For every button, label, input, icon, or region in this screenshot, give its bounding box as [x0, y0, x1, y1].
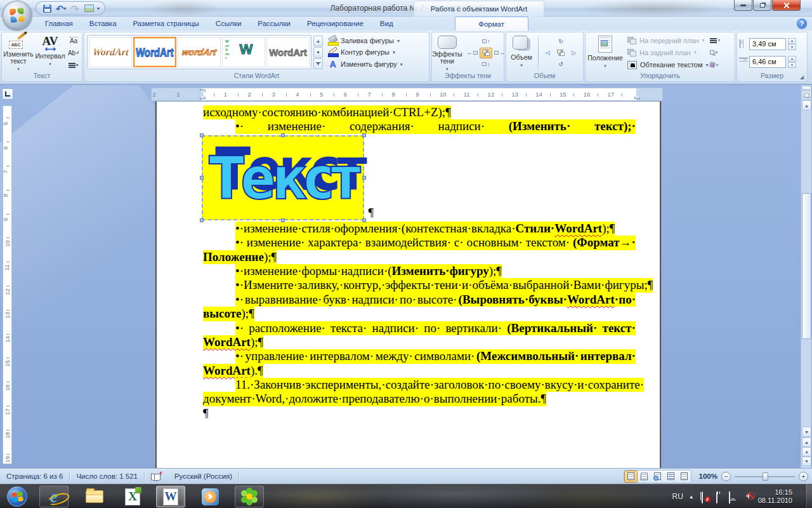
wordart-style-2[interactable]: wordArt — [178, 37, 221, 67]
clock[interactable]: 16:15 08.11.2010 — [758, 488, 792, 505]
start-button[interactable] — [3, 486, 32, 507]
resize-handle-w[interactable] — [200, 176, 204, 180]
next-page-button[interactable]: ▼ — [802, 457, 811, 466]
insert-picture-button[interactable] — [83, 3, 95, 14]
internet-explorer-button[interactable]: e — [39, 486, 69, 507]
ruler-toggle-button[interactable] — [802, 91, 811, 100]
resize-handle-e[interactable] — [362, 176, 366, 180]
draft-view-button[interactable] — [678, 471, 691, 483]
threed-effects-button[interactable]: Объем — [506, 33, 537, 72]
close-button[interactable] — [772, 0, 801, 11]
shape-height-field[interactable] — [749, 38, 786, 50]
word-button-active[interactable]: W — [156, 486, 185, 507]
zoom-slider[interactable] — [735, 472, 795, 481]
wordart-style-4[interactable]: WordArt — [266, 37, 310, 67]
tab-1[interactable]: Вставка — [81, 17, 125, 30]
icq-button[interactable] — [235, 486, 264, 507]
zoom-in-button[interactable]: + — [799, 472, 808, 481]
size-dialog-launcher[interactable]: ◢ — [798, 73, 806, 81]
tab-6[interactable]: Вид — [372, 17, 402, 30]
height-up-button[interactable]: ▲ — [788, 38, 796, 44]
edit-text-button[interactable]: АБС Изменить текст — [2, 33, 35, 72]
wordart-object[interactable]: Текст ¶ — [202, 135, 364, 220]
scroll-down-button[interactable]: ▼ — [802, 427, 811, 437]
previous-page-button[interactable]: ▲ — [802, 438, 811, 447]
web-layout-view-button[interactable] — [651, 471, 664, 483]
tab-2[interactable]: Разметка страницы — [125, 17, 207, 30]
tab-4[interactable]: Рассылки — [249, 17, 299, 30]
wordart-style-3[interactable]: WordArtW — [222, 37, 265, 67]
gallery-up-button[interactable]: ▲ — [313, 36, 323, 46]
excel-button[interactable]: X — [118, 486, 147, 507]
text-wrapping-button[interactable]: Обтекание текстом — [627, 61, 709, 69]
height-down-button[interactable]: ▼ — [788, 44, 796, 50]
wordart-style-0[interactable]: WordArt — [89, 37, 132, 67]
bring-to-front-button[interactable]: На передний план — [627, 37, 709, 44]
send-to-back-button[interactable]: На задний план — [627, 49, 709, 57]
gallery-down-button[interactable]: ▼ — [313, 47, 323, 58]
resize-handle-se[interactable] — [362, 218, 366, 222]
resize-handle-ne[interactable] — [362, 133, 366, 137]
tilt-up-button[interactable]: ↻ — [554, 36, 567, 47]
vertical-scrollbar[interactable]: ▲ ▼ ▲ ● ▼ — [801, 85, 811, 468]
split-handle[interactable] — [802, 86, 811, 90]
nudge-shadow-left-button[interactable]: ← — [466, 48, 479, 58]
group-objects-button[interactable]: ▾ — [710, 50, 721, 55]
gallery-more-button[interactable]: ▼ — [313, 58, 323, 69]
tab-stop-selector[interactable] — [2, 88, 13, 100]
help-button[interactable]: ? — [797, 18, 807, 29]
minimize-button[interactable] — [734, 0, 752, 11]
scrollbar-thumb[interactable] — [802, 193, 811, 339]
tab-3[interactable]: Ссылки — [207, 17, 250, 30]
tilt-left-button[interactable]: ◁ — [541, 48, 554, 58]
show-hidden-icons-button[interactable]: ▲ — [689, 494, 694, 500]
undo-button[interactable]: ↶▾ — [55, 3, 67, 14]
nudge-shadow-down-button[interactable]: ↓ — [480, 59, 492, 70]
full-screen-reading-view-button[interactable] — [638, 471, 651, 483]
page-number-status[interactable]: Страница: 6 из 6 — [0, 469, 69, 485]
nudge-shadow-right-button[interactable]: → — [493, 48, 506, 58]
nudge-shadow-up-button[interactable]: ↑ — [480, 36, 492, 47]
save-button[interactable] — [41, 3, 53, 14]
threed-on-off-button[interactable] — [554, 48, 567, 58]
restore-button[interactable] — [753, 0, 771, 11]
volume-muted-icon[interactable] — [743, 492, 752, 501]
shape-fill-button[interactable]: Заливка фигуры — [328, 36, 403, 46]
align-text-button[interactable] — [67, 60, 81, 70]
width-down-button[interactable]: ▼ — [788, 62, 796, 68]
even-height-button[interactable]: Aa — [67, 35, 81, 46]
shape-width-field[interactable] — [749, 56, 786, 68]
windows-explorer-button[interactable] — [80, 486, 109, 507]
vertical-text-button[interactable]: Ab↲ — [67, 48, 81, 58]
shadow-effects-button[interactable]: Эффекты тени — [432, 33, 462, 72]
shape-outline-button[interactable]: Контур фигуры — [328, 48, 403, 57]
proofing-status[interactable]: ✗ — [145, 469, 168, 485]
customize-qat-button[interactable]: ▾ — [97, 6, 100, 11]
tab-5[interactable]: Рецензирование — [299, 17, 372, 30]
resize-handle-sw[interactable] — [200, 218, 204, 222]
redo-button[interactable]: ↷ — [69, 3, 81, 14]
print-layout-view-button[interactable] — [624, 471, 638, 483]
outline-view-button[interactable] — [664, 471, 678, 483]
media-player-button[interactable] — [195, 486, 225, 507]
zoom-slider-thumb[interactable] — [763, 472, 768, 481]
position-button[interactable]: Положение — [586, 33, 625, 72]
resize-handle-n[interactable] — [281, 133, 285, 137]
tilt-right-button[interactable]: ▷ — [568, 48, 580, 58]
spacing-button[interactable]: AV⟷ Интервал — [35, 33, 65, 72]
change-shape-button[interactable]: A Изменить фигуру — [328, 59, 403, 69]
tilt-down-button[interactable]: ↺ — [554, 59, 567, 70]
office-button[interactable] — [3, 1, 32, 30]
resize-handle-nw[interactable] — [200, 133, 204, 137]
scroll-up-button[interactable]: ▲ — [802, 100, 811, 110]
width-up-button[interactable]: ▲ — [788, 56, 796, 62]
rotate-button[interactable]: ▾ — [710, 62, 721, 68]
word-count-status[interactable]: Число слов: 1 521 — [70, 469, 144, 485]
show-desktop-button[interactable] — [805, 485, 812, 508]
network-icon[interactable] — [729, 492, 738, 501]
language-indicator[interactable]: RU — [672, 492, 683, 501]
zoom-out-button[interactable]: − — [721, 472, 731, 481]
language-status[interactable]: Русский (Россия) — [168, 469, 239, 485]
tab-format-active[interactable]: Формат — [455, 17, 528, 30]
resize-handle-s[interactable] — [281, 218, 285, 222]
